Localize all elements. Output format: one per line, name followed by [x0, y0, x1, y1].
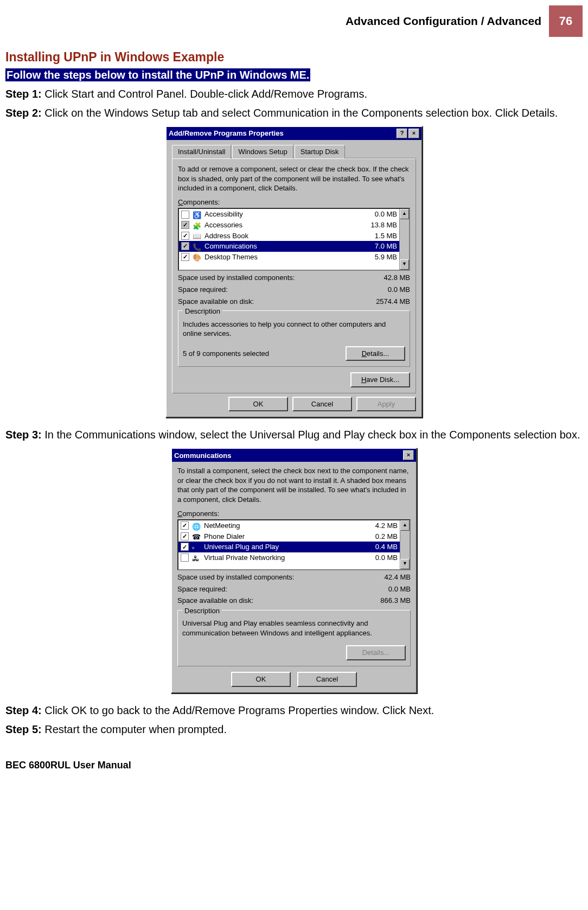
- dialog-title: Add/Remove Programs Properties: [169, 129, 284, 138]
- highlighted-instruction: Follow the steps below to install the UP…: [5, 68, 310, 81]
- details-button: Details...: [346, 645, 406, 660]
- step-1-label: Step 1:: [5, 88, 42, 100]
- scroll-down-icon[interactable]: ▼: [400, 559, 410, 569]
- space-used-label: Space used by installed components:: [178, 273, 295, 283]
- step-3-text: In the Communications window, select the…: [42, 429, 580, 441]
- list-item[interactable]: ✓▫Universal Plug and Play0.4 MB: [178, 542, 400, 552]
- components-label: Components:: [177, 509, 411, 519]
- list-item[interactable]: ✓☎Phone Dialer0.2 MB: [178, 531, 400, 542]
- page-header: Advanced Configuration / Advanced 76: [5, 5, 583, 37]
- address-book-icon: 📖: [193, 232, 201, 239]
- checkbox-icon[interactable]: ✓: [181, 253, 189, 261]
- selected-count: 5 of 9 components selected: [183, 349, 269, 359]
- scroll-up-icon[interactable]: ▲: [400, 209, 409, 219]
- space-used-value: 42.4 MB: [385, 572, 411, 582]
- dialog-titlebar[interactable]: Communications ×: [172, 449, 416, 462]
- step-4-text: Click OK to go back to the Add/Remove Pr…: [42, 704, 434, 716]
- components-label-text: omponents:: [183, 198, 220, 206]
- list-item[interactable]: 🖧Virtual Private Networking0.0 MB: [178, 552, 400, 563]
- list-item[interactable]: ✓📖Address Book1.5 MB: [179, 231, 399, 241]
- checkbox-icon[interactable]: ✓: [181, 521, 189, 530]
- have-disk-button[interactable]: Have Disk...: [350, 372, 410, 387]
- accessories-icon: 🧩: [193, 221, 201, 229]
- list-item[interactable]: ✓📞Communications7.0 MB: [179, 241, 399, 252]
- checkbox-icon[interactable]: [181, 211, 189, 219]
- checkbox-icon[interactable]: ✓: [181, 232, 189, 240]
- apply-button[interactable]: Apply: [356, 397, 416, 412]
- step-3-label: Step 3:: [5, 429, 42, 441]
- description-text: Includes accessories to help you connect…: [183, 320, 405, 339]
- space-required-label: Space required:: [177, 584, 227, 594]
- add-remove-dialog: Add/Remove Programs Properties ? × Insta…: [165, 126, 423, 418]
- tab-windows-setup[interactable]: Windows Setup: [232, 145, 293, 159]
- description-group: Description Includes accessories to help…: [178, 310, 410, 367]
- list-item[interactable]: ✓🧩Accessories13.8 MB: [179, 220, 399, 231]
- footer-text: BEC 6800RUL User Manual: [5, 759, 583, 772]
- tab-strip: Install/Uninstall Windows Setup Startup …: [172, 144, 416, 159]
- step-3: Step 3: In the Communications window, se…: [5, 428, 583, 442]
- ok-button[interactable]: OK: [228, 397, 288, 412]
- space-used-value: 42.8 MB: [384, 273, 410, 283]
- scrollbar[interactable]: ▲ ▼: [399, 209, 409, 270]
- space-required-value: 0.0 MB: [388, 584, 411, 594]
- dialog-titlebar[interactable]: Add/Remove Programs Properties ? ×: [167, 127, 421, 140]
- checkbox-icon[interactable]: ✓: [181, 532, 189, 540]
- components-label: Components:: [178, 198, 410, 207]
- tab-panel: To add or remove a component, select or …: [172, 158, 416, 393]
- step-5-text: Restart the computer when prompted.: [42, 723, 227, 735]
- netmeeting-icon: 🌐: [192, 522, 201, 530]
- space-required-value: 0.0 MB: [388, 285, 410, 295]
- checkbox-icon[interactable]: ✓: [181, 543, 189, 551]
- accessibility-icon: ♿: [193, 211, 201, 218]
- communications-icon: 📞: [193, 243, 201, 250]
- step-2-label: Step 2:: [5, 107, 42, 119]
- checkbox-icon[interactable]: ✓: [181, 242, 189, 250]
- close-icon[interactable]: ×: [403, 450, 414, 460]
- step-1-text: Click Start and Control Panel. Double-cl…: [42, 88, 367, 100]
- components-listbox[interactable]: ♿Accessibility0.0 MB ✓🧩Accessories13.8 M…: [178, 208, 410, 271]
- description-title: Description: [183, 307, 222, 316]
- description-group: Description Universal Plug and Play enab…: [177, 610, 411, 666]
- checkbox-icon[interactable]: ✓: [181, 221, 189, 229]
- upnp-icon: ▫: [192, 543, 201, 551]
- components-listbox[interactable]: ✓🌐NetMeeting4.2 MB ✓☎Phone Dialer0.2 MB …: [177, 519, 411, 570]
- checkbox-icon[interactable]: [181, 553, 189, 562]
- scroll-up-icon[interactable]: ▲: [400, 520, 410, 531]
- step-2: Step 2: Click on the Windows Setup tab a…: [5, 106, 583, 120]
- list-item[interactable]: ✓🌐NetMeeting4.2 MB: [178, 520, 400, 531]
- cancel-button[interactable]: Cancel: [292, 397, 352, 412]
- scrollbar[interactable]: ▲ ▼: [400, 520, 410, 569]
- ok-button[interactable]: OK: [231, 672, 291, 687]
- vpn-icon: 🖧: [192, 554, 201, 562]
- space-used-label: Space used by installed components:: [177, 572, 294, 582]
- page-number-badge: 76: [549, 5, 583, 37]
- description-title: Description: [182, 606, 222, 616]
- communications-dialog: Communications × To install a component,…: [171, 448, 417, 693]
- scroll-down-icon[interactable]: ▼: [400, 259, 409, 270]
- step-4: Step 4: Click OK to go back to the Add/R…: [5, 703, 583, 718]
- close-icon[interactable]: ×: [408, 129, 419, 138]
- list-item[interactable]: ♿Accessibility0.0 MB: [179, 209, 399, 220]
- tab-install-uninstall[interactable]: Install/Uninstall: [172, 145, 231, 159]
- space-available-label: Space available on disk:: [177, 596, 253, 606]
- header-title: Advanced Configuration / Advanced: [346, 14, 541, 29]
- description-text: Universal Plug and Play enables seamless…: [182, 619, 406, 638]
- cancel-button[interactable]: Cancel: [297, 672, 357, 687]
- tab-startup-disk[interactable]: Startup Disk: [295, 145, 345, 159]
- dialog-title: Communications: [174, 451, 231, 461]
- instructions-text: To install a component, select the check…: [177, 466, 411, 504]
- space-available-label: Space available on disk:: [178, 297, 254, 307]
- details-button[interactable]: Details...: [346, 346, 405, 361]
- step-5-label: Step 5:: [5, 723, 42, 735]
- help-icon[interactable]: ?: [397, 129, 407, 138]
- list-item[interactable]: ✓🎨Desktop Themes5.9 MB: [179, 252, 399, 263]
- space-available-value: 866.3 MB: [380, 596, 411, 606]
- step-1: Step 1: Click Start and Control Panel. D…: [5, 87, 583, 101]
- step-5: Step 5: Restart the computer when prompt…: [5, 722, 583, 737]
- step-4-label: Step 4:: [5, 704, 42, 716]
- space-required-label: Space required:: [178, 285, 228, 295]
- step-2-text: Click on the Windows Setup tab and selec…: [42, 107, 558, 119]
- section-title: Installing UPnP in Windows Example: [5, 49, 583, 66]
- space-available-value: 2574.4 MB: [376, 297, 410, 307]
- instructions-text: To add or remove a component, select or …: [178, 164, 410, 193]
